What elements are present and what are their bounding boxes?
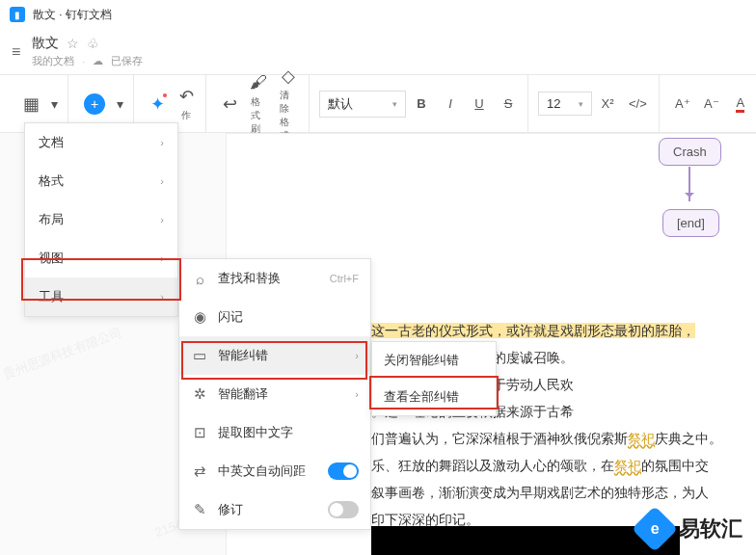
code-button[interactable]: </> <box>623 92 653 115</box>
doc-title[interactable]: 散文 <box>32 35 59 52</box>
apps-button[interactable]: ▦ <box>17 90 45 119</box>
search-icon: ⌕ <box>191 271 208 287</box>
window-title: 散文 · 钉钉文档 <box>33 7 112 23</box>
submenu-smart-correction[interactable]: ▭智能纠错› <box>179 336 370 375</box>
submenu-revision[interactable]: ✎修订 <box>179 490 370 529</box>
flowchart-arrow <box>688 167 690 201</box>
breadcrumb[interactable]: 我的文档 <box>32 54 74 68</box>
submenu-close-correction[interactable]: 关闭智能纠错 <box>372 342 496 379</box>
add-caret-icon[interactable]: ▾ <box>113 92 127 116</box>
menu-item-tools[interactable]: 工具› <box>25 278 177 316</box>
menu-item-layout[interactable]: 布局› <box>25 200 177 239</box>
menu-toggle-icon[interactable]: ≡ <box>12 43 20 61</box>
undo-button[interactable]: ↶作 <box>173 82 200 126</box>
mic-icon: ◉ <box>191 308 208 326</box>
font-color-button[interactable]: A <box>727 92 754 117</box>
correction-submenu: 关闭智能纠错 查看全部纠错 <box>371 341 497 416</box>
submenu-ocr[interactable]: ⊡提取图中文字 <box>179 413 370 452</box>
superscript-button[interactable]: X² <box>594 92 621 115</box>
chevron-right-icon: › <box>160 252 164 264</box>
error-underline[interactable]: 祭祀 <box>614 458 641 473</box>
submenu-auto-spacing[interactable]: ⇄中英文自动间距 <box>179 452 370 490</box>
submenu-view-all-corrections[interactable]: 查看全部纠错 <box>372 379 496 415</box>
font-increase-button[interactable]: A⁺ <box>669 92 696 115</box>
cloud-saved-icon: ☁ <box>93 55 103 67</box>
fontsize-select[interactable]: 12▾ <box>538 92 592 116</box>
ocr-icon: ⊡ <box>191 424 208 441</box>
menu-item-view[interactable]: 视图› <box>25 239 177 278</box>
breadcrumb-separator: · <box>82 56 85 67</box>
brand-watermark: e 易软汇 <box>638 513 742 545</box>
doc-header: ≡ 散文 ☆ ♧ 我的文档 · ☁ 已保存 <box>0 29 756 75</box>
submenu-flash[interactable]: ◉闪记 <box>179 298 370 336</box>
submenu-find-replace[interactable]: ⌕查找和替换Ctrl+F <box>179 259 370 298</box>
app-icon: ▮ <box>10 7 25 22</box>
brand-name: 易软汇 <box>679 515 742 543</box>
text-highlight: 这一古老的仪式形式，或许就是戏剧形态最初的胚胎， <box>371 323 695 338</box>
spacing-icon: ⇄ <box>191 462 208 480</box>
chevron-right-icon: › <box>160 175 164 187</box>
submenu-translate[interactable]: ✲智能翻译› <box>179 375 370 413</box>
format-painter-button[interactable]: 🖌格式刷 <box>245 68 272 140</box>
chevron-right-icon: › <box>355 350 359 361</box>
italic-button[interactable]: I <box>437 92 464 115</box>
menu-item-format[interactable]: 格式› <box>25 162 177 200</box>
chevron-right-icon: › <box>160 214 164 225</box>
flowchart-node-crash: Crash <box>659 138 721 166</box>
underline-button[interactable]: U <box>466 92 493 115</box>
toggle-switch-on[interactable] <box>328 462 359 480</box>
tools-submenu: ⌕查找和替换Ctrl+F ◉闪记 ▭智能纠错› ✲智能翻译› ⊡提取图中文字 ⇄… <box>178 258 371 530</box>
font-decrease-button[interactable]: A⁻ <box>698 92 725 115</box>
error-underline[interactable]: 祭祀 <box>628 431 655 446</box>
bold-button[interactable]: B <box>408 92 435 115</box>
style-select[interactable]: 默认▾ <box>319 91 406 118</box>
saved-status: 已保存 <box>111 54 143 68</box>
chevron-right-icon: › <box>160 137 164 148</box>
window-titlebar: ▮ 散文 · 钉钉文档 <box>0 0 756 29</box>
redo-button[interactable]: ↩ <box>216 90 243 119</box>
watermark: 贵州思源科技有限公司 <box>1 324 124 383</box>
ai-magic-button[interactable]: ✦ <box>144 90 171 119</box>
main-dropdown-menu: 文档› 格式› 布局› 视图› 工具› <box>24 122 178 317</box>
flowchart-node-end: [end] <box>662 209 719 237</box>
toggle-switch-off[interactable] <box>328 501 359 518</box>
chevron-right-icon: › <box>160 291 164 303</box>
flowchart: Crash [end] <box>630 134 755 230</box>
chevron-right-icon: › <box>355 388 359 400</box>
translate-icon: ✲ <box>191 385 208 403</box>
bell-icon[interactable]: ♧ <box>87 36 99 51</box>
add-button[interactable]: + <box>78 90 111 119</box>
apps-caret-icon[interactable]: ▾ <box>47 92 62 116</box>
star-icon[interactable]: ☆ <box>67 36 79 51</box>
menu-item-document[interactable]: 文档› <box>25 123 177 162</box>
correction-icon: ▭ <box>191 347 208 364</box>
brand-logo-icon: e <box>632 506 678 552</box>
strike-button[interactable]: S <box>495 92 522 115</box>
revision-icon: ✎ <box>191 501 208 518</box>
